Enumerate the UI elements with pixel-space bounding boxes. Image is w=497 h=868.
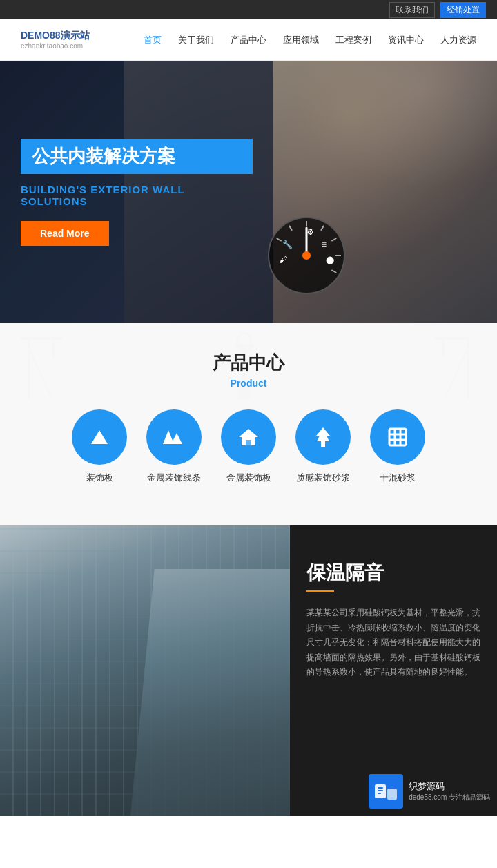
svg-rect-26 [378, 787, 383, 789]
svg-rect-29 [387, 789, 397, 800]
insulation-section: 保温隔音 某某某公司采用硅酸钙板为基材，平整光滑，抗折抗中击、冷热膨胀收缩系数小… [0, 525, 497, 816]
product-title-en: Product [14, 378, 483, 389]
logo-title: DEMO88演示站 [21, 30, 131, 42]
product-item-3[interactable]: 质感装饰砂浆 [295, 409, 351, 484]
product-icon-4 [370, 409, 425, 465]
main-nav: 首页关于我们产品中心应用领域工程案例资讯中心人力资源 [131, 34, 476, 46]
svg-rect-16 [435, 337, 469, 340]
product-icon-1 [146, 409, 202, 465]
nav-item-home[interactable]: 首页 [144, 34, 162, 46]
hero-banner: 公共内装解决方案 BUILDING'S EXTERIOR WALL SOLUTI… [0, 61, 497, 323]
watermark-sub: dede58.com 专注精品源码 [409, 793, 490, 802]
nav-item-applications[interactable]: 应用领域 [283, 34, 319, 46]
contact-link[interactable]: 联系我们 [389, 2, 435, 18]
insulation-title-rest: 隔音 [345, 562, 384, 584]
product-icon-2 [221, 409, 276, 465]
svg-text:⬤: ⬤ [326, 255, 334, 264]
svg-point-13 [237, 333, 251, 352]
nav-item-news[interactable]: 资讯中心 [388, 34, 424, 46]
svg-rect-28 [378, 793, 381, 794]
product-label-0: 装饰板 [86, 472, 113, 484]
top-bar: 联系我们 经销处置 [0, 0, 497, 19]
product-label-3: 质感装饰砂浆 [296, 472, 350, 484]
product-section: 产品中心 Product 装饰板金属装饰线条金属装饰板质感装饰砂浆干混砂浆 [0, 323, 497, 525]
nav-item-products[interactable]: 产品中心 [231, 34, 266, 46]
hero-title-en-highlight: SOLUTIONS [21, 195, 88, 207]
product-item-2[interactable]: 金属装饰板 [221, 409, 276, 484]
svg-point-1 [302, 251, 311, 260]
product-icon-0 [72, 409, 127, 465]
gauge-decoration: 🔧 ⚙ ≡ 🖌 ⬤ [265, 214, 348, 297]
watermark-logo [369, 774, 403, 809]
svg-rect-20 [389, 429, 406, 445]
header: DEMO88演示站 ezhankr.taobao.com 首页关于我们产品中心应… [0, 19, 497, 61]
watermark-brand: 织梦源码 [409, 780, 490, 793]
svg-rect-12 [235, 344, 254, 348]
svg-text:🖌: 🖌 [279, 255, 287, 264]
product-list: 装饰板金属装饰线条金属装饰板质感装饰砂浆干混砂浆 [14, 409, 483, 484]
product-title-cn: 产品中心 [14, 351, 483, 375]
logo: DEMO88演示站 ezhankr.taobao.com [21, 30, 131, 50]
insulation-title-highlight: 保温 [306, 562, 345, 584]
read-more-button[interactable]: Read More [21, 221, 109, 246]
product-item-4[interactable]: 干混砂浆 [370, 409, 425, 484]
hero-title-en: BUILDING'S EXTERIOR WALL SOLUTIONS [21, 184, 253, 207]
product-icon-3 [295, 409, 351, 465]
hero-title-cn: 公共内装解决方案 [21, 139, 253, 174]
watermark: 织梦源码 dede58.com 专注精品源码 [369, 774, 490, 809]
dealer-link[interactable]: 经销处置 [440, 2, 486, 18]
nav-item-hr[interactable]: 人力资源 [440, 34, 476, 46]
svg-text:🔧: 🔧 [282, 239, 293, 249]
svg-text:⚙: ⚙ [306, 227, 314, 237]
product-item-0[interactable]: 装饰板 [72, 409, 127, 484]
svg-rect-8 [21, 337, 62, 340]
svg-rect-19 [246, 440, 251, 445]
product-item-1[interactable]: 金属装饰线条 [146, 409, 202, 484]
product-label-4: 干混砂浆 [380, 472, 416, 484]
insulation-content: 保温隔音 某某某公司采用硅酸钙板为基材，平整光滑，抗折抗中击、冷热膨胀收缩系数小… [290, 525, 497, 816]
nav-item-about[interactable]: 关于我们 [178, 34, 214, 46]
product-label-1: 金属装饰线条 [147, 472, 201, 484]
insulation-body: 某某某公司采用硅酸钙板为基材，平整光滑，抗折抗中击、冷热膨胀收缩系数小、随温度的… [306, 606, 480, 680]
hero-title-en-main: BUILDING'S EXTERIOR WALL [21, 184, 184, 195]
svg-rect-27 [378, 790, 383, 791]
insulation-title: 保温隔音 [306, 560, 480, 586]
logo-subtitle: ezhankr.taobao.com [21, 42, 131, 50]
insulation-image [0, 525, 290, 816]
svg-text:≡: ≡ [322, 240, 327, 249]
insulation-divider [306, 590, 334, 592]
product-label-2: 金属装饰板 [226, 472, 271, 484]
nav-item-cases[interactable]: 工程案例 [335, 34, 371, 46]
hero-content: 公共内装解决方案 BUILDING'S EXTERIOR WALL SOLUTI… [0, 61, 273, 323]
